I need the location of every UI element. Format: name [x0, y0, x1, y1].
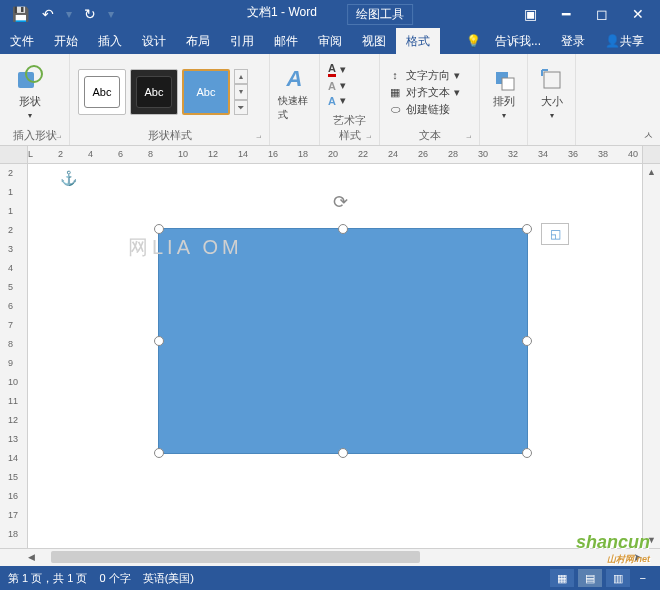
- horizontal-ruler[interactable]: L246810121416182022242628303234363840: [0, 146, 660, 164]
- style-gallery-arrows[interactable]: ▴▾⏷: [234, 69, 248, 115]
- undo-icon[interactable]: ↶: [36, 2, 60, 26]
- resize-handle[interactable]: [522, 336, 532, 346]
- tab-layout[interactable]: 布局: [176, 28, 220, 54]
- shape-style-3[interactable]: Abc: [182, 69, 230, 115]
- tab-mailings[interactable]: 邮件: [264, 28, 308, 54]
- document-title: 文档1 - Word: [247, 4, 317, 25]
- site-watermark: shancun 山村网.net: [576, 532, 650, 566]
- tab-review[interactable]: 审阅: [308, 28, 352, 54]
- tell-me[interactable]: 告诉我...: [485, 28, 551, 54]
- collapse-ribbon-icon[interactable]: ㅅ: [643, 128, 654, 143]
- read-mode-icon[interactable]: ▦: [550, 569, 574, 587]
- minimize-icon[interactable]: ━: [552, 2, 580, 26]
- language[interactable]: 英语(美国): [143, 571, 194, 586]
- resize-handle[interactable]: [154, 448, 164, 458]
- resize-handle[interactable]: [154, 336, 164, 346]
- scroll-thumb[interactable]: [51, 551, 420, 563]
- svg-rect-4: [544, 72, 560, 88]
- selected-rectangle-shape[interactable]: ⟳ ◱: [158, 228, 528, 454]
- scroll-up-icon[interactable]: ▲: [643, 164, 660, 180]
- scroll-left-icon[interactable]: ◀: [28, 549, 35, 565]
- resize-handle[interactable]: [154, 224, 164, 234]
- arrange-button[interactable]: 排列▾: [488, 62, 519, 126]
- resize-handle[interactable]: [522, 448, 532, 458]
- resize-handle[interactable]: [522, 224, 532, 234]
- title-bar: 💾 ↶ ▾ ↻ ▾ 文档1 - Word 绘图工具 ▣ ━ ◻ ✕: [0, 0, 660, 28]
- layout-options-icon[interactable]: ◱: [541, 223, 569, 245]
- tab-view[interactable]: 视图: [352, 28, 396, 54]
- ribbon: 形状▾ 插入形状 Abc Abc Abc ▴▾⏷ 形状样式 A 快速样式 . A…: [0, 54, 660, 146]
- page-count[interactable]: 第 1 页，共 1 页: [8, 571, 87, 586]
- quick-access-toolbar: 💾 ↶ ▾ ↻ ▾: [0, 2, 116, 26]
- redo-icon[interactable]: ↻: [78, 2, 102, 26]
- shape-style-1[interactable]: Abc: [78, 69, 126, 115]
- svg-rect-3: [502, 78, 514, 90]
- zoom-out-icon[interactable]: −: [634, 572, 652, 584]
- vertical-ruler[interactable]: 21123456789101112131415161718: [0, 164, 28, 548]
- web-layout-icon[interactable]: ▥: [606, 569, 630, 587]
- resize-handle[interactable]: [338, 448, 348, 458]
- tab-references[interactable]: 引用: [220, 28, 264, 54]
- status-bar: 第 1 页，共 1 页 0 个字 英语(美国) ▦ ▤ ▥ −: [0, 566, 660, 590]
- save-icon[interactable]: 💾: [8, 2, 32, 26]
- group-text: 文本: [388, 126, 471, 143]
- maximize-icon[interactable]: ◻: [588, 2, 616, 26]
- group-shape-styles: 形状样式: [78, 126, 261, 143]
- share-button[interactable]: 👤 共享: [595, 28, 654, 54]
- tab-insert[interactable]: 插入: [88, 28, 132, 54]
- ribbon-options-icon[interactable]: ▣: [516, 2, 544, 26]
- group-insert-shapes: 插入形状: [8, 126, 61, 143]
- text-effects[interactable]: A ▾: [328, 94, 346, 107]
- horizontal-scrollbar[interactable]: ◀ ▶: [0, 548, 660, 566]
- tab-home[interactable]: 开始: [44, 28, 88, 54]
- signin[interactable]: 登录: [551, 28, 595, 54]
- quick-styles-button[interactable]: A 快速样式: [278, 62, 311, 126]
- text-direction[interactable]: ↕文字方向 ▾: [388, 68, 460, 83]
- align-text[interactable]: ▦对齐文本 ▾: [388, 85, 460, 100]
- tab-file[interactable]: 文件: [0, 28, 44, 54]
- word-count[interactable]: 0 个字: [99, 571, 130, 586]
- tab-design[interactable]: 设计: [132, 28, 176, 54]
- group-wordart: 艺术字样式: [328, 111, 371, 143]
- contextual-tab-label: 绘图工具: [347, 4, 413, 25]
- shape-style-2[interactable]: Abc: [130, 69, 178, 115]
- resize-handle[interactable]: [338, 224, 348, 234]
- create-link[interactable]: ⬭创建链接: [388, 102, 460, 117]
- anchor-icon: ⚓: [60, 170, 77, 186]
- close-icon[interactable]: ✕: [624, 2, 652, 26]
- tab-format[interactable]: 格式: [396, 28, 440, 54]
- size-button[interactable]: 大小▾: [536, 62, 567, 126]
- rotate-handle-icon[interactable]: ⟳: [333, 191, 348, 213]
- text-outline[interactable]: A ▾: [328, 79, 346, 92]
- document-page[interactable]: ⚓ 网LIA OM ⟳ ◱: [28, 164, 642, 548]
- lightbulb-icon: 💡: [466, 34, 481, 48]
- print-layout-icon[interactable]: ▤: [578, 569, 602, 587]
- shapes-button[interactable]: 形状▾: [8, 60, 52, 124]
- vertical-scrollbar[interactable]: ▲ ▼: [642, 164, 660, 548]
- ribbon-tabs: 文件 开始 插入 设计 布局 引用 邮件 审阅 视图 格式 💡 告诉我... 登…: [0, 28, 660, 54]
- text-fill[interactable]: A ▾: [328, 62, 346, 77]
